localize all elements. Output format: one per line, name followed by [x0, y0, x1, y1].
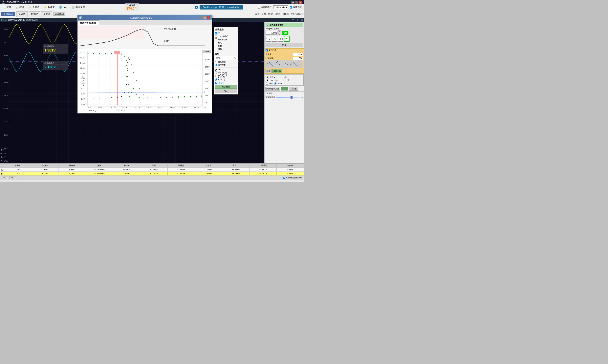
chb-peak-close[interactable]: ✕ — [66, 61, 68, 63]
validate-btn[interactable]: validate — [215, 85, 237, 89]
freq-down-btn[interactable]: ▼ — [278, 33, 281, 35]
svg-point-78 — [126, 84, 127, 85]
interval-input[interactable] — [293, 57, 303, 60]
osc-link-checkbox[interactable] — [258, 6, 260, 9]
dialog-max-btn[interactable]: □ — [203, 16, 206, 19]
osc-cascade-link[interactable]: 示波器级联 — [291, 12, 303, 16]
refresh-slider-thumb[interactable] — [291, 96, 293, 99]
detect-row: ◉ tect O H L — [266, 75, 303, 78]
rs232-btn[interactable]: RS232 — [29, 11, 40, 17]
line-type-select[interactable]: 实线 — [215, 56, 237, 60]
fir-btn[interactable]: FIR — [281, 87, 288, 91]
menu-single[interactable]: 📡 单次采集 — [70, 5, 87, 10]
cf-exp-check[interactable] — [215, 45, 217, 47]
svg-point-79 — [126, 76, 127, 77]
cf-cubic-check[interactable] — [215, 39, 217, 41]
maximize-btn[interactable]: □ — [295, 0, 298, 4]
svg-point-51 — [128, 84, 129, 85]
extend-link[interactable]: 扩展 — [262, 12, 266, 16]
yaxis-a-radio[interactable] — [215, 76, 217, 78]
sine-radio[interactable] — [266, 82, 268, 85]
menu-stats[interactable]: 📊 统计 — [14, 5, 26, 10]
menu-lan[interactable]: 🌐 LAN — [57, 5, 69, 10]
svg-text:108.0°: 108.0° — [205, 73, 210, 75]
multichannel-btn[interactable]: 多通道 — [41, 11, 52, 17]
clear-btn[interactable]: Clear — [202, 50, 211, 53]
phase-close[interactable]: ✕ — [136, 5, 138, 7]
loop-scan-checkbox[interactable] — [266, 49, 268, 52]
freq-control: Frequency(Hz): — [266, 27, 303, 30]
on-wave-shape[interactable]: ON — [284, 36, 290, 42]
cha-peak-close[interactable]: ✕ — [66, 45, 68, 47]
refresh-slider-track[interactable] — [276, 97, 300, 98]
dialog-close-btn[interactable]: ✕ — [207, 16, 210, 19]
linear-radio[interactable] — [274, 82, 276, 85]
svg-point-95 — [172, 97, 173, 98]
channels-select[interactable]: 2 channels — [273, 5, 288, 9]
cf-none: 无 — [215, 32, 237, 35]
cf-linear-check[interactable] — [215, 42, 217, 44]
reset-btn[interactable]: Reset — [289, 87, 298, 91]
expand-icon[interactable]: ⛶ — [297, 19, 299, 21]
end-btn[interactable]: 结束 — [266, 69, 271, 73]
log-coord-radio[interactable] — [215, 61, 217, 63]
square-wave-shape[interactable] — [278, 36, 284, 42]
b-pp: 2.136V — [58, 172, 86, 175]
osc-btn[interactable]: ⚡ 示波器 — [1, 12, 15, 16]
yaxis-b-radio[interactable] — [215, 78, 217, 81]
yaxis-ab-radio[interactable] — [215, 71, 217, 74]
start-scan-btn[interactable]: 开始扫描 — [272, 69, 282, 73]
freq-up-btn[interactable]: ▲ — [278, 30, 281, 33]
auto-meas-checkbox[interactable] — [283, 177, 285, 179]
osc-status: Oscilloscope: 22121 is available. — [200, 5, 243, 10]
freq-input[interactable] — [266, 31, 277, 35]
svg-text:10.68: 10.68 — [80, 72, 85, 74]
on-button[interactable]: ON — [282, 31, 288, 35]
follow-main-checkbox[interactable] — [290, 6, 292, 9]
dc-b-btn[interactable]: DC — [10, 176, 16, 179]
svg-text:389.94: 389.94 — [146, 106, 152, 108]
h-radio-1[interactable] — [277, 76, 279, 78]
sine-wave-shape[interactable] — [266, 36, 271, 42]
close-btn[interactable]: ✕ — [299, 0, 302, 4]
svg-point-71 — [93, 98, 94, 98]
decode-link[interactable]: 解码 — [268, 12, 273, 16]
minimize-btn[interactable]: — — [291, 0, 295, 4]
osc-link-label: 示波器级联 — [261, 6, 272, 9]
settings-link[interactable]: 设置 — [255, 12, 260, 16]
cf-none-check[interactable] — [215, 32, 217, 34]
cf-quadratic-check[interactable] — [215, 35, 217, 38]
svg-rect-3 — [79, 26, 145, 39]
row-b-label: B — [0, 172, 4, 175]
svg-point-43 — [111, 53, 112, 54]
menu-histogram[interactable]: 📈 直方图 — [27, 5, 41, 10]
dc-a-btn[interactable]: DC — [1, 176, 8, 179]
basic-settings-tab[interactable]: Basic settings — [78, 20, 99, 25]
svg-point-98 — [190, 97, 191, 97]
advanced-btn[interactable]: ⚙ 高级 — [16, 11, 28, 17]
svg-text:0.344: 0.344 — [164, 40, 169, 42]
a-avg: 0.000V — [113, 168, 140, 171]
header-pos: 正脉宽 — [168, 164, 195, 167]
confirm-btn[interactable]: 确定 — [266, 43, 303, 47]
linear-coord-radio[interactable] — [215, 64, 217, 66]
cf-log-check[interactable] — [215, 48, 217, 50]
l-radio-2[interactable] — [285, 79, 288, 81]
plus-icon[interactable]: + — [301, 19, 303, 21]
menu-file[interactable]: 📄 文件 — [1, 5, 13, 10]
compare-link[interactable]: 对比图 — [282, 12, 289, 16]
yaxis-ba-radio[interactable] — [215, 74, 217, 76]
phase-checkbox[interactable] — [215, 82, 217, 84]
step-input[interactable] — [293, 53, 303, 56]
meas-header: 最大值 最小值 峰峰值 频率 平均值 周期 正脉宽 负脉宽 占空比 上升时间 有… — [0, 164, 304, 168]
svg-text:15.85: 15.85 — [80, 57, 85, 59]
zoom-icon[interactable]: 🔍+ — [292, 19, 296, 21]
l-radio-1[interactable] — [283, 76, 285, 78]
triangle-wave-shape[interactable] — [272, 36, 277, 42]
advanced-link[interactable]: 高级 — [275, 12, 280, 16]
svg-point-41 — [99, 53, 100, 54]
dialog-min-btn[interactable]: — — [200, 16, 203, 19]
curve-start-btn[interactable]: Start — [215, 89, 237, 93]
h-radio-2[interactable] — [280, 79, 282, 81]
menu-multichannel[interactable]: ⚡ 多通道 — [42, 5, 57, 10]
